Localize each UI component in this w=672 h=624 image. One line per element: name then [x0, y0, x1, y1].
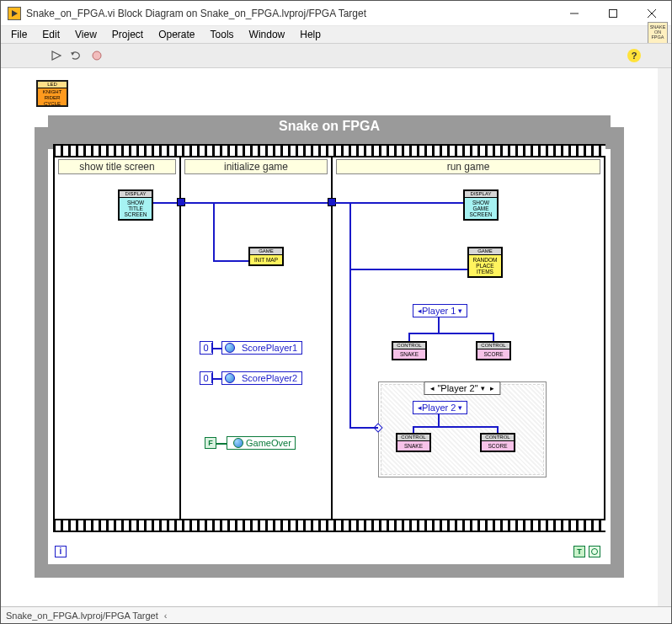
- frame-label: run game: [336, 159, 600, 174]
- svg-point-4: [93, 51, 101, 60]
- menu-help[interactable]: Help: [293, 27, 328, 42]
- sequence-filmstrip: show title screen DISPLAY SHOW TITLE SCR…: [53, 146, 605, 531]
- display-game-node[interactable]: DISPLAY SHOW GAME SCREEN: [463, 189, 499, 221]
- help-icon[interactable]: ?: [627, 49, 641, 62]
- wire: [349, 427, 378, 429]
- frame-label: initialize game: [184, 159, 328, 174]
- menu-edit[interactable]: Edit: [35, 27, 67, 42]
- abort-button[interactable]: [88, 47, 105, 64]
- sequence-frames: show title screen DISPLAY SHOW TITLE SCR…: [53, 156, 605, 520]
- scroll-up-button[interactable]: [658, 68, 671, 82]
- diagram-viewport[interactable]: LED KNIGHT RIDER CYCLE Snake on FPGA sho…: [1, 68, 671, 606]
- block-diagram-canvas[interactable]: LED KNIGHT RIDER CYCLE Snake on FPGA sho…: [1, 68, 658, 606]
- window-title: Snake_on_FPGA.vi Block Diagram on Snake_…: [26, 8, 555, 19]
- wire: [213, 202, 215, 261]
- status-path: Snake_on_FPGA.lvproj/FPGA Target: [6, 611, 168, 621]
- wire: [333, 202, 463, 204]
- node-body: KNIGHT RIDER CYCLE: [38, 89, 67, 107]
- menu-view[interactable]: View: [68, 27, 104, 42]
- run-continuous-button[interactable]: [68, 47, 85, 64]
- score2-constant[interactable]: 0: [200, 371, 213, 385]
- globe-icon: [225, 373, 235, 383]
- player2-selector[interactable]: ◂Player 2▾: [413, 401, 467, 414]
- statusbar: Snake_on_FPGA.lvproj/FPGA Target: [1, 606, 671, 623]
- toolbar: ?: [1, 43, 671, 68]
- score2-global[interactable]: ScorePlayer2: [221, 371, 302, 385]
- case-structure-player2[interactable]: ◂"Player 2"▾▸ ◂Player 2▾ C: [378, 381, 547, 477]
- wire: [413, 426, 497, 428]
- wire: [213, 348, 221, 349]
- wire: [181, 202, 333, 204]
- menu-tools[interactable]: Tools: [204, 27, 241, 42]
- wire: [213, 378, 221, 380]
- frame-initialize-game[interactable]: initialize game GAME INIT MAP 0: [181, 156, 333, 520]
- wire: [438, 317, 440, 333]
- node-header: LED: [38, 82, 67, 88]
- frame-show-title[interactable]: show title screen DISPLAY SHOW TITLE SCR…: [55, 156, 181, 520]
- app-icon: [8, 7, 21, 20]
- wire: [213, 260, 248, 262]
- menubar: File Edit View Project Operate Tools Win…: [1, 26, 671, 43]
- menu-file[interactable]: File: [4, 27, 34, 42]
- control-snake-p2[interactable]: CONTROL SNAKE: [396, 433, 431, 452]
- flat-sequence-structure[interactable]: Snake on FPGA show title screen DISPLAY …: [35, 127, 624, 578]
- control-snake-p1[interactable]: CONTROL SNAKE: [392, 341, 427, 360]
- iteration-terminal[interactable]: i: [55, 546, 67, 557]
- globe-icon: [233, 438, 243, 448]
- player1-selector[interactable]: ◂Player 1▾: [413, 304, 467, 317]
- wire: [408, 333, 493, 334]
- led-knight-rider-node[interactable]: LED KNIGHT RIDER CYCLE: [36, 80, 68, 107]
- svg-rect-1: [610, 9, 617, 17]
- display-title-node[interactable]: DISPLAY SHOW TITLE SCREEN: [118, 189, 153, 221]
- gameover-false-constant[interactable]: F: [205, 437, 216, 449]
- score1-constant[interactable]: 0: [200, 341, 213, 355]
- frame-label: show title screen: [58, 159, 176, 174]
- wire: [216, 443, 227, 445]
- run-button[interactable]: [48, 47, 65, 64]
- menu-project[interactable]: Project: [105, 27, 150, 42]
- frame-run-game[interactable]: run game DISPLAY SHOW GAME SCREEN GAME: [333, 156, 604, 520]
- init-map-node[interactable]: GAME INIT MAP: [248, 247, 284, 266]
- control-score-p1[interactable]: CONTROL SCORE: [476, 341, 511, 360]
- score1-global[interactable]: ScorePlayer1: [221, 341, 302, 355]
- menu-window[interactable]: Window: [243, 27, 292, 42]
- app-window: Snake_on_FPGA.vi Block Diagram on Snake_…: [0, 0, 672, 624]
- stop-terminal[interactable]: [589, 546, 600, 557]
- case-selector[interactable]: ◂"Player 2"▾▸: [424, 381, 500, 395]
- minimize-button[interactable]: [555, 1, 594, 26]
- gameover-global[interactable]: GameOver: [227, 436, 296, 450]
- maximize-button[interactable]: [594, 1, 632, 26]
- menu-operate[interactable]: Operate: [152, 27, 201, 42]
- control-score-p2[interactable]: CONTROL SCORE: [480, 433, 515, 452]
- wire: [438, 414, 440, 426]
- random-place-items-node[interactable]: GAME RANDOM PLACE ITEMS: [467, 247, 503, 278]
- wire: [349, 269, 469, 270]
- titlebar: Snake_on_FPGA.vi Block Diagram on Snake_…: [1, 1, 671, 26]
- globe-icon: [225, 343, 235, 353]
- loop-condition: T: [573, 546, 600, 557]
- wire: [349, 202, 351, 428]
- true-constant[interactable]: T: [573, 546, 585, 557]
